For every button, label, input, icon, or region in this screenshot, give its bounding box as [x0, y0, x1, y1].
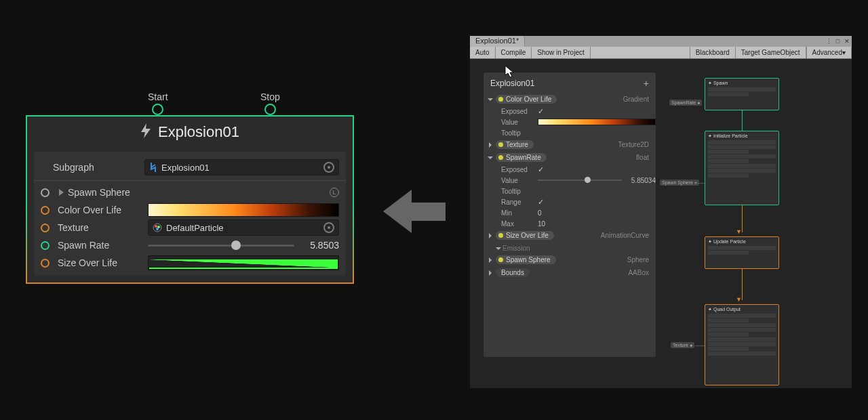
divider [34, 180, 346, 181]
prop-label: Spawn Sphere [68, 187, 327, 198]
node-title: Explosion01 [27, 117, 353, 152]
spawn-rate-value[interactable]: 5.8503 [300, 240, 339, 251]
object-picker-icon[interactable] [323, 162, 334, 173]
prop-label: Color Over Life [58, 205, 148, 215]
tab-explosion[interactable]: Explosion01* [470, 36, 525, 47]
graph-node-update[interactable]: ✦ Update Particle [705, 236, 779, 269]
checkbox-icon[interactable] [538, 107, 544, 116]
local-icon: L [330, 188, 339, 197]
port-dot-icon [41, 241, 50, 250]
port-stop[interactable]: Stop [260, 91, 280, 115]
prop-spawn-sphere[interactable]: Spawn Sphere L [41, 184, 339, 201]
target-gameobject-button[interactable]: Target GameObject [735, 47, 806, 58]
blackboard-button[interactable]: Blackboard [690, 47, 735, 58]
texture-field[interactable]: DefaultParticle [148, 219, 339, 236]
port-ring-icon [264, 104, 276, 115]
texture-value: DefaultParticle [166, 223, 224, 233]
port-dot-icon [41, 224, 50, 232]
chevron-icon [489, 233, 492, 238]
chevron-icon [489, 142, 492, 148]
graph-node-spawn[interactable]: ✦ Spawn [705, 78, 779, 110]
play-mini-icon [59, 189, 64, 196]
maximize-icon[interactable]: □ [834, 38, 842, 45]
asset-icon [149, 163, 157, 172]
checkbox-icon[interactable] [538, 165, 544, 174]
compile-button[interactable]: Compile [496, 47, 532, 58]
prop-size-over-life-header[interactable]: Size Over Life AnimationCurve [484, 229, 656, 242]
subgraph-row: Subgraph Explosion01 [41, 159, 339, 176]
prop-label: Size Over Life [58, 257, 148, 268]
subgraph-label: Subgraph [41, 162, 139, 173]
prop-texture-header[interactable]: Texture Texture2D [484, 138, 656, 151]
advanced-button[interactable]: Advanced▾ [806, 47, 852, 58]
show-in-project-button[interactable]: Show in Project [532, 47, 590, 58]
auto-button[interactable]: Auto [470, 47, 496, 58]
arrow-icon [383, 190, 446, 233]
slider-thumb[interactable] [231, 240, 241, 250]
port-start[interactable]: Start [148, 91, 168, 115]
gradient-field[interactable] [538, 119, 656, 125]
node-graph[interactable]: SpawnRate ● ✦ Spawn ✦ Initialize Particl… [656, 59, 852, 388]
port-dot-icon [41, 206, 50, 215]
chevron-icon [489, 257, 492, 263]
chevron-icon [489, 270, 492, 276]
prop-label: Spawn Rate [58, 240, 148, 251]
svg-point-3 [156, 228, 159, 230]
prop-spawnrate-header[interactable]: SpawnRate float [484, 151, 656, 164]
add-property-button[interactable]: + [644, 78, 649, 89]
prop-color-over-life-header[interactable]: Color Over Life Gradient [484, 93, 656, 106]
gradient-field[interactable] [148, 203, 339, 217]
prop-size-over-life[interactable]: Size Over Life [41, 254, 339, 272]
prop-label: Texture [58, 222, 148, 233]
port-ring-icon [152, 104, 163, 115]
node-body: Subgraph Explosion01 Spawn Sphere L Colo… [34, 152, 346, 276]
chevron-icon [488, 98, 493, 101]
prop-texture[interactable]: Texture DefaultParticle [41, 219, 339, 236]
texture-icon [153, 223, 162, 232]
graph-node-output[interactable]: ✦ Quad Output [705, 304, 779, 385]
menu-icon[interactable]: ⋮ [825, 38, 833, 45]
spawn-rate-slider[interactable] [148, 245, 294, 247]
chip-texture[interactable]: Texture ● [671, 342, 694, 348]
bolt-icon [140, 123, 151, 142]
object-picker-icon[interactable] [323, 222, 334, 233]
curve-field[interactable] [148, 255, 339, 270]
chevron-icon [488, 156, 493, 159]
spawnrate-slider[interactable] [538, 180, 622, 181]
checkbox-icon[interactable] [538, 198, 544, 207]
port-dot-icon [41, 259, 50, 268]
prop-spawn-rate[interactable]: Spawn Rate 5.8503 [41, 236, 339, 254]
blackboard-panel: Explosion01 + Color Over Life Gradient E… [484, 72, 656, 357]
port-dot-icon [41, 188, 50, 197]
subgraph-field[interactable]: Explosion01 [144, 159, 339, 175]
graph-node-init[interactable]: ✦ Initialize Particle [705, 131, 779, 205]
chip-spawnrate[interactable]: SpawnRate ● [669, 100, 702, 106]
port-stop-label: Stop [260, 91, 280, 102]
svg-point-1 [155, 225, 157, 228]
emission-section[interactable]: Emission [484, 242, 656, 253]
port-start-label: Start [148, 91, 168, 102]
tab-bar: Explosion01* ⋮ □ ✕ [470, 36, 852, 47]
close-icon[interactable]: ✕ [843, 38, 850, 45]
prop-color-over-life[interactable]: Color Over Life [41, 201, 339, 219]
prop-spawn-sphere-header[interactable]: Spawn Sphere Sphere [484, 253, 656, 266]
prop-bounds-header[interactable]: Bounds AABox [484, 266, 656, 279]
subgraph-node[interactable]: Start Stop Explosion01 Subgraph Explosio… [26, 115, 354, 284]
subgraph-value: Explosion01 [161, 163, 210, 173]
toolbar: Auto Compile Show in Project Blackboard … [470, 47, 852, 59]
window-controls: ⋮ □ ✕ [825, 36, 852, 47]
blackboard-title: Explosion01 [490, 79, 534, 88]
vfx-editor-panel: Explosion01* ⋮ □ ✕ Auto Compile Show in … [470, 36, 852, 388]
